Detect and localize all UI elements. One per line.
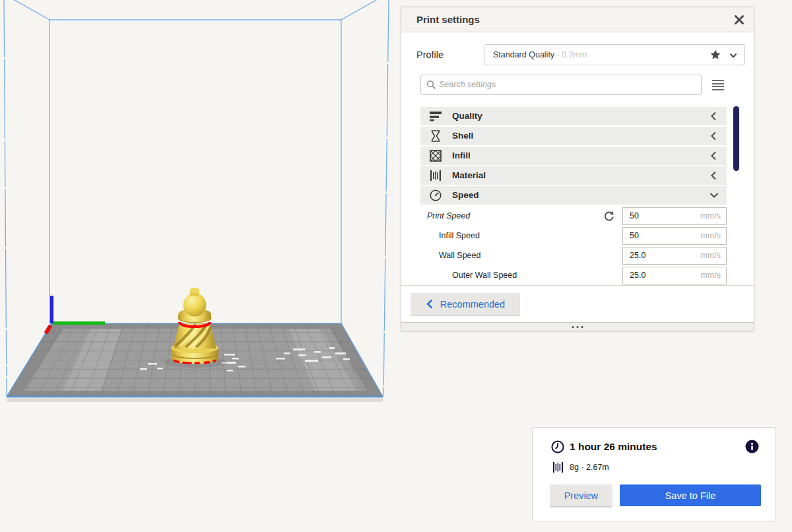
setting-label: Infill Speed [439, 227, 480, 245]
profile-label: Profile [416, 48, 444, 61]
setting-unit: mm/s [700, 248, 721, 264]
outer-wall-speed-input[interactable]: 25.0 mm/s [622, 267, 727, 284]
category-quality[interactable]: Quality [420, 107, 727, 125]
print-time-estimate: 1 hour 26 minutes [570, 440, 657, 454]
revert-icon[interactable] [603, 211, 614, 222]
chevron-left-icon [426, 299, 434, 309]
setting-wall-speed: Wall Speed 25.0 mm/s [401, 247, 755, 265]
save-to-file-button[interactable]: Save to File [620, 484, 761, 506]
setting-value: 50 [630, 228, 639, 244]
setting-label: Print Speed [427, 207, 470, 225]
category-label: Material [452, 166, 486, 185]
info-icon[interactable] [745, 440, 759, 453]
category-shell[interactable]: Shell [420, 127, 727, 145]
clock-icon [550, 440, 565, 454]
category-label: Speed [452, 186, 479, 205]
print-speed-input[interactable]: 50 mm/s [622, 207, 727, 225]
panel-header[interactable]: Print settings [401, 7, 754, 32]
setting-value: 25.0 [630, 248, 645, 264]
star-icon[interactable] [710, 50, 721, 60]
drag-dots-icon [572, 326, 583, 328]
chevron-left-icon [709, 170, 719, 181]
setting-infill-speed: Infill Speed 50 mm/s [401, 227, 755, 245]
search-icon [426, 80, 436, 90]
chevron-down-icon [709, 190, 719, 201]
category-infill[interactable]: Infill [420, 147, 727, 165]
cura-window: Print settings Profile Standard Quality … [0, 0, 792, 532]
search-input[interactable]: Search settings [420, 75, 702, 95]
profile-dropdown[interactable]: Standard Quality - 0.2mm [484, 44, 745, 65]
infill-speed-input[interactable]: 50 mm/s [622, 227, 727, 245]
shell-icon [429, 129, 442, 143]
recommended-label: Recommended [440, 299, 505, 310]
recommended-button[interactable]: Recommended [411, 293, 520, 315]
setting-unit: mm/s [700, 208, 721, 224]
setting-print-speed: Print Speed 50 mm/s [401, 207, 755, 225]
speed-settings-list: Print Speed 50 mm/s Infill Speed 50 mm/s… [401, 205, 755, 285]
wall-speed-input[interactable]: 25.0 mm/s [622, 247, 727, 265]
material-icon [429, 169, 442, 182]
setting-value: 25.0 [630, 267, 645, 284]
material-usage-estimate: 8g · 2.67m [570, 461, 609, 473]
print-settings-panel: Print settings Profile Standard Quality … [401, 7, 754, 323]
chevron-left-icon [709, 150, 719, 161]
z-axis [50, 296, 53, 323]
category-label: Infill [452, 147, 471, 165]
category-material[interactable]: Material [420, 166, 727, 185]
search-placeholder: Search settings [439, 75, 496, 94]
category-label: Quality [452, 107, 482, 125]
setting-label: Wall Speed [439, 247, 480, 265]
panel-resize-handle[interactable] [401, 323, 754, 331]
category-label: Shell [452, 127, 473, 145]
chevron-left-icon [709, 111, 719, 121]
quality-layers-icon [429, 110, 442, 123]
separator [401, 285, 755, 286]
chevron-left-icon [709, 131, 719, 141]
settings-menu-icon[interactable] [712, 80, 724, 90]
close-icon[interactable] [733, 13, 746, 26]
setting-value: 50 [630, 208, 639, 224]
setting-outer-wall-speed: Outer Wall Speed 25.0 mm/s [401, 267, 755, 284]
infill-icon [429, 149, 442, 162]
speed-gauge-icon [429, 189, 442, 202]
profile-value: Standard Quality - 0.2mm [493, 45, 587, 65]
setting-unit: mm/s [700, 228, 721, 244]
panel-title: Print settings [416, 7, 480, 32]
output-action-card: 1 hour 26 minutes 8g · 2.67m Preview Sav… [532, 427, 776, 521]
preview-button[interactable]: Preview [550, 484, 612, 506]
3d-viewport[interactable] [0, 0, 396, 409]
setting-unit: mm/s [700, 267, 721, 284]
category-speed[interactable]: Speed [420, 186, 727, 205]
y-axis [53, 321, 105, 325]
material-usage-icon [552, 461, 564, 473]
profile-detail: - 0.2mm [554, 50, 587, 59]
setting-label: Outer Wall Speed [452, 267, 517, 284]
settings-scrollbar[interactable] [733, 106, 739, 171]
chevron-down-icon[interactable] [729, 51, 738, 60]
